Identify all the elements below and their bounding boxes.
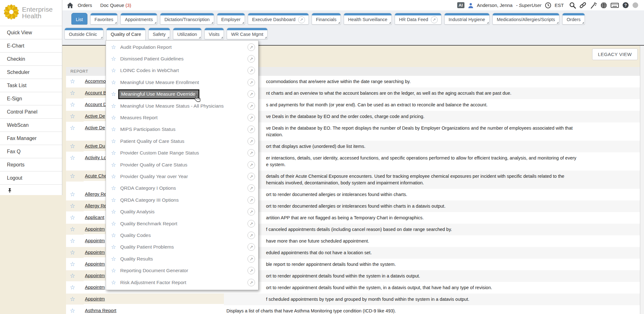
star-icon-cell[interactable]: ☆	[66, 99, 84, 110]
report-link[interactable]: Allergy Re	[85, 203, 107, 208]
open-in-new-icon[interactable]: ↗	[247, 232, 255, 239]
open-in-new-icon[interactable]: ↗	[247, 173, 255, 180]
star-icon-cell[interactable]: ☆	[66, 152, 84, 163]
open-in-new-icon[interactable]: ↗	[247, 149, 255, 157]
report-link[interactable]: Account B	[85, 90, 106, 95]
tab-utilization[interactable]: Utilization	[173, 28, 202, 39]
star-icon[interactable]: ☆	[111, 208, 116, 215]
keyboard-icon[interactable]	[611, 3, 619, 8]
tab-health-surveillance[interactable]: Health Surveillance	[344, 13, 392, 25]
star-icon-cell[interactable]: ☆	[66, 282, 84, 293]
dropdown-item-quality-patient-problems[interactable]: ☆Quality Patient Problems↗	[106, 241, 258, 253]
sidebar-item-quick-view[interactable]: Quick View	[0, 26, 62, 39]
external-link-icon[interactable]: ↗	[298, 16, 305, 23]
report-link[interactable]: Appointm	[85, 238, 105, 243]
tab-employer[interactable]: Employer	[217, 13, 245, 25]
star-icon-cell[interactable]: ☆	[66, 235, 84, 246]
dropdown-item-reporting-document-generator[interactable]: ☆Reporting Document Generator↗	[106, 265, 258, 276]
tab-dictation-transcription[interactable]: Dictation/Transcription	[160, 13, 214, 25]
star-icon[interactable]: ☆	[111, 197, 116, 204]
open-in-new-icon[interactable]: ↗	[247, 255, 255, 263]
dropdown-item-quality-codes[interactable]: ☆Quality Codes↗	[106, 229, 258, 241]
open-in-new-icon[interactable]: ↗	[247, 267, 255, 274]
open-in-new-icon[interactable]: ↗	[247, 126, 255, 133]
open-in-new-icon[interactable]: ↗	[247, 243, 255, 251]
report-link[interactable]: Appointm	[85, 284, 105, 290]
ai-badge[interactable]: AI	[457, 2, 464, 8]
tab-orders[interactable]: Orders	[562, 13, 585, 25]
star-icon[interactable]: ☆	[111, 55, 116, 62]
star-icon-cell[interactable]: ☆	[66, 189, 84, 200]
help-icon[interactable]: ?	[622, 2, 629, 8]
tab-industrial-hygiene[interactable]: Industrial Hygiene	[444, 13, 490, 25]
report-link[interactable]: Allergy Re	[85, 191, 107, 197]
open-in-new-icon[interactable]: ↗	[247, 220, 255, 227]
tab-list[interactable]: List	[71, 13, 87, 25]
sidebar-item-control-panel[interactable]: Control Panel	[0, 105, 62, 118]
dropdown-item-loinc-codes-in-webchart[interactable]: ☆LOINC Codes in WebChart↗	[106, 65, 258, 76]
star-icon-cell[interactable]: ☆	[66, 270, 84, 281]
report-link[interactable]: Active De	[85, 113, 105, 119]
open-in-new-icon[interactable]: ↗	[247, 161, 255, 169]
tab-quality-of-care[interactable]: Quality of Care	[106, 28, 146, 42]
tab-safety[interactable]: Safety	[148, 28, 170, 39]
tab-appointments[interactable]: Appointments	[120, 13, 157, 25]
report-link[interactable]: Activity Lo	[85, 155, 106, 160]
breadcrumb-orders[interactable]: Orders	[78, 3, 92, 8]
globe-icon[interactable]	[600, 2, 607, 9]
star-icon-cell[interactable]: ☆	[66, 87, 84, 98]
dropdown-item-mips-participation-status[interactable]: ☆MIPS Participation Status↗	[106, 124, 258, 135]
star-icon-cell[interactable]: ☆	[66, 294, 84, 305]
dropdown-item-provider-quality-year-over-year[interactable]: ☆Provider Quality Year over Year↗	[106, 171, 258, 182]
sidebar-item-fax-manager[interactable]: Fax Manager	[0, 132, 62, 145]
sidebar-item-webscan[interactable]: WebScan	[0, 118, 62, 132]
legacy-view-button[interactable]: LEGACY VIEW	[592, 48, 638, 60]
dropdown-item-provider-quality-of-care-status[interactable]: ☆Provider Quality of Care Status↗	[106, 159, 258, 171]
report-link[interactable]: Acute Che	[85, 173, 107, 178]
user-name[interactable]: Anderson, Jenna	[477, 3, 513, 8]
sidebar-item-fax-q[interactable]: Fax Q	[0, 145, 62, 158]
open-in-new-icon[interactable]: ↗	[247, 279, 255, 286]
dropdown-item-quality-results[interactable]: ☆Quality Results↗	[106, 253, 258, 265]
tab-wr-case-mgmt[interactable]: WR Case Mgmt	[227, 28, 268, 39]
star-icon[interactable]: ☆	[111, 138, 116, 145]
star-icon-cell[interactable]: ☆	[66, 224, 84, 235]
report-link[interactable]: Accommo	[85, 78, 106, 84]
open-in-new-icon[interactable]: ↗	[247, 90, 255, 98]
open-in-new-icon[interactable]: ↗	[247, 196, 255, 204]
sidebar-pin-row[interactable]	[0, 184, 62, 197]
tab-medications-allergies-scripts[interactable]: Medications/Allergies/Scripts	[492, 13, 559, 25]
breadcrumb-doc-queue[interactable]: Doc Queue (3)	[100, 3, 131, 8]
dropdown-item-meaningful-use-measure-enrollment[interactable]: ☆Meaningful Use Measure Enrollment↗	[106, 76, 258, 88]
report-link[interactable]: Appointm	[85, 296, 105, 301]
dropdown-item-quality-analysis[interactable]: ☆Quality Analysis↗	[106, 206, 258, 217]
open-in-new-icon[interactable]: ↗	[247, 55, 255, 63]
home-icon[interactable]	[67, 3, 73, 8]
dropdown-item-meaningful-use-measure-override[interactable]: ☆Meaningful Use Measure Override↗	[106, 88, 258, 100]
tab-hr-data-feed[interactable]: HR Data Feed↗	[395, 13, 441, 25]
star-icon[interactable]: ☆	[111, 91, 116, 98]
star-icon[interactable]: ☆	[111, 149, 116, 156]
report-link[interactable]: Appointm	[85, 250, 105, 255]
star-icon[interactable]: ☆	[111, 173, 116, 180]
sidebar-item-e-chart[interactable]: E-Chart	[0, 39, 62, 52]
sidebar-item-e-sign[interactable]: E-Sign	[0, 92, 62, 105]
dropdown-item-audit-population-report[interactable]: ☆Audit Population Report↗	[106, 41, 258, 53]
open-in-new-icon[interactable]: ↗	[247, 67, 255, 74]
report-link[interactable]: Active De	[85, 125, 105, 130]
star-icon-cell[interactable]: ☆	[66, 141, 84, 152]
star-icon-cell[interactable]: ☆	[66, 247, 84, 258]
star-icon[interactable]: ☆	[111, 103, 116, 109]
star-icon-cell[interactable]: ☆	[66, 171, 84, 182]
star-icon[interactable]: ☆	[111, 267, 116, 274]
scrollbar-gutter[interactable]	[640, 10, 644, 314]
pushpin-icon[interactable]	[8, 188, 12, 194]
star-icon-cell[interactable]: ☆	[66, 212, 84, 223]
sidebar-item-scheduler[interactable]: Scheduler	[0, 65, 62, 79]
clock-icon[interactable]	[545, 2, 551, 8]
star-icon-cell[interactable]: ☆	[66, 259, 84, 270]
tab-financials[interactable]: Financials	[312, 13, 341, 25]
star-icon-cell[interactable]: ☆	[66, 305, 84, 314]
open-in-new-icon[interactable]: ↗	[247, 184, 255, 192]
dropdown-item-patient-quality-of-care-status[interactable]: ☆Patient Quality of Care Status↗	[106, 135, 258, 147]
